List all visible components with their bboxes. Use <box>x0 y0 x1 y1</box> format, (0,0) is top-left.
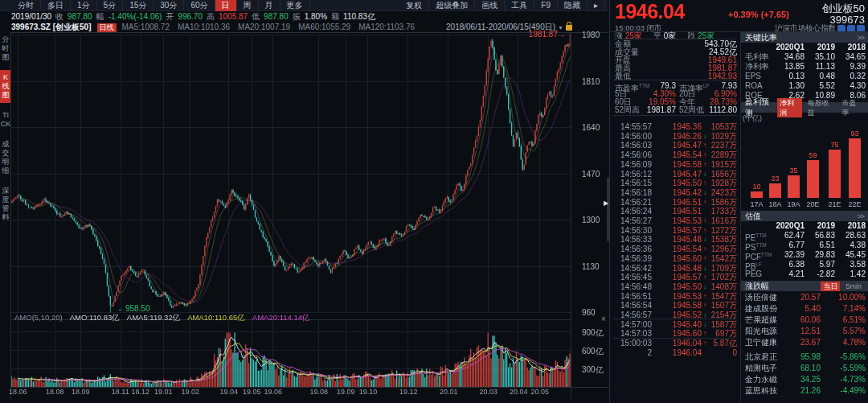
volume-tick-label: 300亿 <box>582 364 609 376</box>
sidebar-tab-深度资料[interactable]: 深度资料 <box>0 183 11 225</box>
ma-values: MA5:1008.72MA10:1010.36MA20:1007.19MA60:… <box>122 23 416 32</box>
forecast-bar <box>849 138 861 198</box>
forecast-bar-value: 93 <box>845 130 865 138</box>
gainer-row[interactable]: 阳光电源12.515.57% <box>745 327 866 335</box>
gainer-row[interactable]: 芒果超媒60.066.51% <box>745 315 866 324</box>
forecast-bar-value: 75 <box>825 141 845 149</box>
tick-row: 14:57:001945.40↓1587万 <box>615 320 737 329</box>
period-tab-15分[interactable]: 15分 <box>123 0 154 11</box>
loser-row[interactable]: 北京君正95.98-5.86% <box>745 352 866 361</box>
tick-row: 14:56:031945.47↑2237万 <box>615 141 737 150</box>
amo-value: AMA20:114.14亿 <box>252 314 310 322</box>
earnings-forecast: 盈利预测净利润每股收益市盈率 <box>741 102 868 113</box>
hide-more-icon[interactable]: ▸ <box>588 0 605 11</box>
x-axis-label: 18.08 <box>43 388 67 396</box>
tick-row: 14:56:211945.51↑1586万 <box>615 198 737 207</box>
info-item: 低 <box>252 12 260 22</box>
period-tab-1分[interactable]: 1分 <box>71 0 97 11</box>
key-ratios-more-link[interactable]: >> <box>857 34 864 42</box>
loser-row[interactable]: 蓝思科技21.26-4.49% <box>745 386 866 395</box>
forecast-bar-value: 59 <box>803 151 823 159</box>
quote-panel: 1946.04 +0.39% (+7.65) 创业板50 399673 15:0… <box>609 0 868 403</box>
tick-row: 14:56:301945.57↑1272万 <box>615 226 737 235</box>
amo-value: AMO:110.83亿 <box>70 314 120 322</box>
amo-value: AMA10:110.65亿 <box>187 314 245 322</box>
period-badge: 日线 <box>97 23 117 32</box>
info-item: 1005.87 <box>219 12 248 22</box>
close-icon[interactable]: × <box>601 315 606 323</box>
valuation: 估值>> <box>741 211 868 221</box>
x-axis-label: 19.01 <box>151 388 175 396</box>
period-tab-更多[interactable]: 更多 <box>280 0 310 11</box>
info-item: 开 <box>166 12 174 22</box>
tool-复权[interactable]: 复权 <box>399 0 429 11</box>
x-axis-label: 18.06 <box>6 388 30 396</box>
gainer-row[interactable]: 捷成股份5.407.14% <box>745 304 866 313</box>
key-ratios-row: ROA1.305.524.30 <box>745 81 866 90</box>
tick-row: 14:56:271945.53↑1616万 <box>615 216 737 225</box>
valuation-years: 2020Q120192018 <box>745 221 866 230</box>
toolbar-tools: 复权超级叠加画线工具F9隐藏▸ <box>399 0 605 11</box>
period-tab-分时[interactable]: 分时 <box>11 0 41 11</box>
period-tab-60分[interactable]: 60分 <box>184 0 215 11</box>
tick-row: 14:55:571945.361053万 <box>615 122 737 131</box>
info-item: 额 <box>331 12 339 22</box>
forecast-bar <box>788 175 800 198</box>
amo-value: AMO(5,10,20) <box>14 314 63 322</box>
movers-tab-当日[interactable]: 当日 <box>821 282 840 291</box>
key-ratios: 关键比率>> <box>741 32 868 43</box>
tool-F9[interactable]: F9 <box>534 0 558 11</box>
valuation-more-link[interactable]: >> <box>857 212 864 220</box>
price-tick-label: 1810 <box>582 77 609 86</box>
earnings-forecast-tab-净利润[interactable]: 净利润 <box>777 98 802 117</box>
tool-画线[interactable]: 画线 <box>475 0 505 11</box>
panel-collapse-arrow-icon[interactable]: ▶ <box>604 199 608 207</box>
loser-row[interactable]: 精测电子68.10-5.59% <box>745 364 866 372</box>
forecast-bar-category: 17A <box>747 200 767 208</box>
ma-value: MA10:1010.36 <box>178 23 230 32</box>
info-item: 987.80 <box>68 12 92 22</box>
tool-超级叠加[interactable]: 超级叠加 <box>429 0 475 11</box>
divider <box>613 319 737 319</box>
sidebar-tab-K线图[interactable]: K线图 <box>0 70 11 103</box>
sidebar-tab-TICK[interactable]: TICK <box>0 108 11 132</box>
forecast-bar-category: 22E <box>845 200 865 208</box>
forecast-bar <box>769 183 781 198</box>
x-axis-label: 19.02 <box>178 388 203 396</box>
forecast-bar-category: 20E <box>803 200 823 208</box>
period-tab-月[interactable]: 月 <box>259 0 280 11</box>
price-change: +0.39% (+7.65) <box>728 10 789 19</box>
tool-工具[interactable]: 工具 <box>505 0 534 11</box>
price-tick-label: 1130 <box>582 262 609 271</box>
info-item: 110.83亿 <box>343 12 375 22</box>
movers-tab-5min[interactable]: 5min <box>843 282 864 291</box>
earnings-forecast-tab-市盈率[interactable]: 市盈率 <box>840 98 865 117</box>
info-item: -1.40%(-14.06) <box>108 12 162 22</box>
loser-row[interactable]: 金力永磁34.25-4.73% <box>745 375 866 384</box>
period-tab-周[interactable]: 周 <box>237 0 259 11</box>
earnings-forecast-tab-每股收益[interactable]: 每股收益 <box>805 98 837 117</box>
amo-value: AMA5:119.32亿 <box>127 314 180 322</box>
gainer-row[interactable]: 卫宁健康23.674.78% <box>745 338 866 347</box>
tick-row: 14:56:421945.48↓1709万 <box>615 264 737 273</box>
sidebar-tab-分时图[interactable]: 分时图 <box>0 32 11 65</box>
price-tick-label: 1470 <box>582 170 609 179</box>
x-axis-label: 18.12 <box>129 388 153 396</box>
amo-indicator-line: AMO(5,10,20)AMO:110.83亿AMA5:119.32亿AMA10… <box>14 314 310 322</box>
info-item: 987.80 <box>264 12 289 22</box>
sidebar-tab-成交明细[interactable]: 成交明细 <box>0 137 11 179</box>
candlestick-chart[interactable] <box>10 32 608 400</box>
valuation-row: PCFTTM32.3929.8345.45 <box>745 250 866 259</box>
gainer-row[interactable]: 汤臣倍健20.5710.00% <box>745 293 866 302</box>
period-tab-多日[interactable]: 多日 <box>41 0 71 11</box>
period-tab-日[interactable]: 日 <box>215 0 237 11</box>
period-tab-30分[interactable]: 30分 <box>154 0 184 11</box>
tick-row: 14:56:451945.57↑1702万 <box>615 273 737 282</box>
tick-row: 14:56:151945.50↑1928万 <box>615 179 737 187</box>
info-item: 2019/01/30 <box>11 12 51 22</box>
tool-隐藏[interactable]: 隐藏 <box>558 0 588 11</box>
lock-icon[interactable] <box>566 25 572 31</box>
period-tab-5分[interactable]: 5分 <box>97 0 124 11</box>
info-item: 高 <box>207 12 215 22</box>
ma-value: MA20:1007.19 <box>238 23 290 32</box>
